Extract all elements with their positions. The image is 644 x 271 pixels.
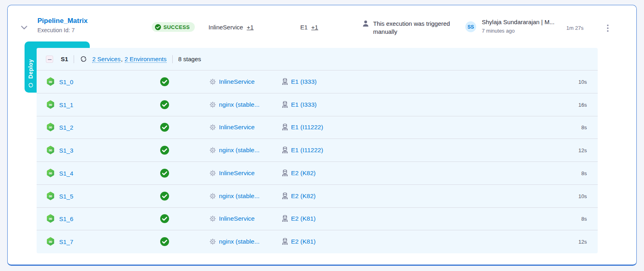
gear-icon	[209, 215, 216, 222]
matrix-hexagon-icon: ∞	[46, 191, 55, 201]
stage-name-link[interactable]: S1_3	[59, 147, 73, 154]
gear-icon	[209, 147, 216, 154]
service-link[interactable]: InlineService	[219, 78, 255, 85]
stage-row[interactable]: ∞ S1_0 InlineService E1 (I333)	[37, 70, 598, 93]
service-link[interactable]: InlineService	[219, 170, 255, 177]
environments-link[interactable]: 2 Environments	[125, 56, 167, 63]
service-link[interactable]: nginx (stable...	[219, 192, 260, 200]
matrix-hexagon-icon: ∞	[46, 145, 55, 155]
gear-icon	[209, 238, 216, 245]
svg-text:∞: ∞	[49, 79, 53, 85]
stage-name-link[interactable]: S1_1	[59, 101, 73, 108]
infrastructure-icon	[281, 192, 289, 200]
environment-link[interactable]: E1 (I333)	[291, 101, 317, 108]
infrastructure-icon	[281, 147, 289, 154]
success-check-icon	[160, 100, 169, 109]
status-label: SUCCESS	[163, 24, 190, 30]
header-services: InlineService +1	[208, 24, 254, 31]
total-duration: 1m 27s	[566, 25, 584, 31]
stage-duration: 8s	[581, 170, 587, 176]
execution-id: Execution Id: 7	[37, 27, 88, 33]
deploy-tab-label: Deploy	[27, 59, 34, 79]
loop-strategy-icon	[28, 82, 34, 88]
success-check-icon	[160, 169, 169, 178]
stage-row[interactable]: ∞ S1_6 InlineService E2 (K81)	[37, 207, 598, 230]
stage-row[interactable]: ∞ S1_5 nginx (stable... E2 (K82	[37, 184, 598, 207]
stage-name-link[interactable]: S1_4	[59, 170, 73, 176]
comma: ,	[121, 56, 122, 62]
service-link[interactable]: nginx (stable...	[219, 147, 260, 154]
infrastructure-icon	[281, 78, 289, 85]
divider	[74, 55, 74, 63]
stage-duration: 12s	[578, 147, 587, 153]
service-link[interactable]: nginx (stable...	[219, 101, 260, 108]
header-environment-more-link[interactable]: +1	[311, 24, 318, 31]
trigger-info: This execution was triggered manually	[362, 20, 466, 36]
stage-row[interactable]: ∞ S1_4 InlineService E2 (K82)	[37, 161, 598, 184]
header-environments: E1 +1	[300, 24, 318, 31]
svg-text:∞: ∞	[49, 193, 53, 199]
user-name: Shylaja Sundararajan | M...	[482, 19, 555, 25]
success-check-icon	[160, 77, 169, 86]
environment-link[interactable]: E2 (K82)	[291, 170, 316, 177]
infrastructure-icon	[281, 238, 289, 246]
stage-row[interactable]: ∞ S1_7 nginx (stable... E2 (K81	[37, 230, 598, 253]
stage-name-link[interactable]: S1_7	[59, 238, 73, 245]
loop-strategy-icon	[80, 55, 87, 63]
execution-card: Pipeline_Matrix Execution Id: 7 SUCCESS …	[7, 5, 637, 266]
chevron-down-icon[interactable]	[20, 23, 29, 32]
stage-duration: 12s	[578, 239, 587, 245]
collapse-group-button[interactable]	[46, 56, 53, 63]
svg-text:∞: ∞	[49, 170, 53, 176]
service-link[interactable]: nginx (stable...	[219, 238, 260, 245]
pipeline-title[interactable]: Pipeline_Matrix	[37, 17, 88, 25]
kebab-menu-icon[interactable]	[604, 22, 612, 34]
environment-link[interactable]: E1 (I333)	[291, 78, 317, 85]
header-environment-label: E1	[300, 24, 308, 31]
stage-group-name: S1	[61, 56, 68, 62]
trigger-text: This execution was triggered manually	[373, 20, 466, 36]
stage-row[interactable]: ∞ S1_3 nginx (stable... E1 (I11	[37, 139, 598, 161]
svg-text:∞: ∞	[49, 124, 53, 130]
svg-text:∞: ∞	[49, 216, 53, 221]
environment-link[interactable]: E2 (K82)	[291, 192, 316, 200]
matrix-hexagon-icon: ∞	[46, 168, 55, 178]
environment-link[interactable]: E1 (I11222)	[291, 124, 323, 131]
time-ago: 7 minutes ago	[482, 28, 555, 34]
stage-duration: 10s	[578, 193, 587, 199]
services-link[interactable]: 2 Services	[92, 56, 120, 63]
deploy-tab-strip: Deploy	[25, 41, 37, 93]
gear-icon	[209, 124, 216, 131]
stage-duration: 16s	[578, 101, 587, 108]
stage-name-link[interactable]: S1_0	[59, 78, 73, 85]
matrix-hexagon-icon: ∞	[46, 237, 55, 246]
stage-duration: 8s	[581, 124, 587, 130]
matrix-hexagon-icon: ∞	[46, 214, 55, 223]
stage-rows: ∞ S1_0 InlineService E1 (I333)	[37, 70, 598, 253]
svg-text:∞: ∞	[49, 147, 53, 153]
environment-link[interactable]: E2 (K81)	[291, 215, 316, 222]
header-service-more-link[interactable]: +1	[247, 24, 254, 31]
matrix-hexagon-icon: ∞	[46, 77, 55, 87]
success-check-icon	[160, 214, 169, 223]
matrix-hexagon-icon: ∞	[46, 122, 55, 132]
environment-link[interactable]: E1 (I11222)	[291, 147, 323, 154]
stage-name-link[interactable]: S1_5	[59, 192, 73, 199]
service-link[interactable]: InlineService	[219, 215, 255, 222]
header-service-label: InlineService	[208, 24, 243, 31]
status-badge: SUCCESS	[152, 22, 195, 32]
infrastructure-icon	[281, 215, 289, 223]
stage-duration: 8s	[581, 216, 587, 222]
stage-row[interactable]: ∞ S1_1 nginx (stable... E1 (I33	[37, 93, 598, 116]
service-link[interactable]: InlineService	[219, 124, 255, 131]
stage-row[interactable]: ∞ S1_2 InlineService E1 (I11222	[37, 116, 598, 139]
stage-name-link[interactable]: S1_2	[59, 124, 73, 131]
environment-link[interactable]: E2 (K81)	[291, 238, 316, 245]
avatar[interactable]: SS	[465, 21, 476, 32]
title-block: Pipeline_Matrix Execution Id: 7	[37, 17, 88, 33]
svg-text:∞: ∞	[49, 239, 53, 244]
user-block: Shylaja Sundararajan | M... 7 minutes ag…	[482, 19, 555, 34]
gear-icon	[209, 192, 216, 199]
stage-name-link[interactable]: S1_6	[59, 215, 73, 222]
user-icon	[362, 20, 369, 27]
